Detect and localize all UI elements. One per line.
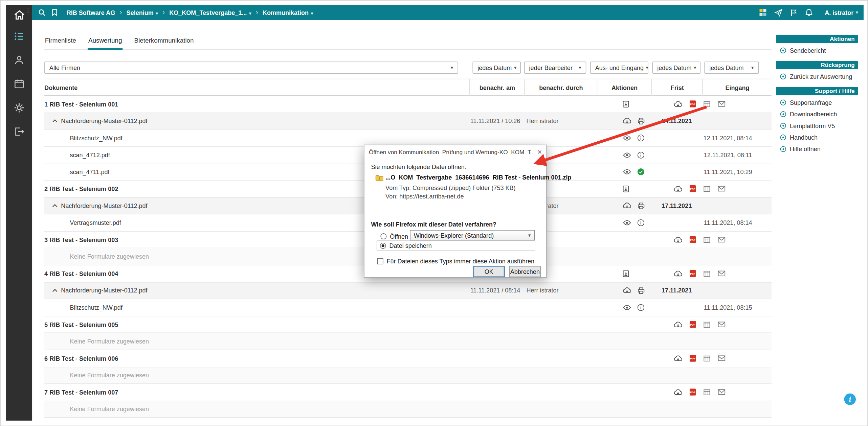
bell-icon[interactable]: [805, 8, 813, 17]
open-with-select[interactable]: Windows-Explorer (Standard) ▾: [410, 230, 535, 240]
mail-icon[interactable]: [717, 320, 726, 329]
help-bubble-icon[interactable]: i: [844, 394, 856, 405]
panel-item-sendebericht[interactable]: Sendebericht: [776, 45, 858, 55]
mail-icon[interactable]: [717, 269, 726, 278]
tab-auswertung[interactable]: Auswertung: [88, 34, 123, 50]
breadcrumb-item-section[interactable]: Kommunikation▾: [263, 9, 313, 16]
pdf-export-icon[interactable]: PDF: [688, 235, 697, 244]
mail-icon[interactable]: [717, 235, 726, 244]
date-filter-select-3[interactable]: jedes Datum▾: [705, 62, 759, 74]
cloud-download-icon[interactable]: [673, 235, 683, 244]
download-all-icon[interactable]: [621, 184, 631, 194]
mail-icon[interactable]: [717, 387, 726, 397]
menu-dots-icon[interactable]: ⋮: [25, 7, 31, 13]
mail-icon[interactable]: [717, 99, 726, 109]
tab-firmenliste[interactable]: Firmenliste: [44, 34, 76, 50]
info-icon[interactable]: [636, 150, 646, 160]
editor-filter-select[interactable]: jeder Bearbeiter▾: [524, 62, 586, 74]
pdf-export-icon[interactable]: PDF: [688, 99, 697, 109]
pdf-export-icon[interactable]: PDF: [688, 320, 697, 329]
received-check-icon[interactable]: [636, 167, 646, 176]
cloud-download-icon[interactable]: [673, 387, 683, 397]
collapse-icon[interactable]: [50, 201, 60, 211]
table-export-icon[interactable]: [702, 235, 712, 244]
row-actions: PDF: [673, 269, 726, 278]
download-all-icon[interactable]: [621, 99, 631, 109]
table-export-icon[interactable]: [702, 387, 712, 397]
print-icon[interactable]: [636, 116, 646, 126]
cloud-download-icon[interactable]: [622, 286, 632, 295]
circle-arrow-icon: [780, 99, 786, 106]
cloud-download-icon[interactable]: [622, 201, 632, 211]
panel-item-zurueck[interactable]: Zurück zur Auswertung: [776, 71, 858, 81]
breadcrumb-item-project[interactable]: Selenium▾: [127, 9, 158, 16]
breadcrumb: RIB Software AG › Selenium▾ › KO_KOM_Tes…: [67, 9, 313, 16]
table-export-icon[interactable]: [702, 354, 712, 363]
column-header-dokumente: Dokumente: [44, 79, 77, 96]
panel-item-hilfe[interactable]: Hilfe öffnen: [776, 144, 858, 153]
panel-item-lernplattform[interactable]: Lernplattform V5: [776, 121, 858, 130]
breadcrumb-item-tender[interactable]: KO_KOM_Testvergabe_1...▾: [169, 9, 251, 16]
cloud-download-icon[interactable]: [673, 184, 683, 194]
preview-eye-icon[interactable]: [622, 303, 632, 312]
table-export-icon[interactable]: [702, 269, 712, 278]
search-icon[interactable]: [38, 8, 46, 17]
info-icon[interactable]: [636, 303, 646, 312]
table-export-icon[interactable]: [702, 184, 712, 194]
preview-eye-icon[interactable]: [622, 150, 632, 160]
collapse-icon[interactable]: [50, 286, 60, 295]
worklist-icon[interactable]: [13, 30, 25, 42]
date-filter-select-1[interactable]: jedes Datum▾: [472, 62, 521, 74]
info-icon[interactable]: [636, 133, 646, 143]
apps-icon[interactable]: [759, 8, 767, 17]
logout-icon[interactable]: [13, 126, 25, 137]
tab-bieterkommunikation[interactable]: Bieterkommunikation: [134, 34, 194, 50]
pdf-export-icon[interactable]: PDF: [688, 387, 697, 397]
download-all-icon[interactable]: [621, 269, 631, 278]
settings-gear-icon[interactable]: [13, 102, 25, 114]
mail-icon[interactable]: [717, 354, 726, 363]
direction-filter-select[interactable]: Aus- und Eingang▾: [590, 62, 648, 74]
remember-checkbox[interactable]: [377, 258, 383, 264]
open-with-radio[interactable]: [380, 233, 386, 239]
pdf-export-icon[interactable]: PDF: [688, 184, 697, 194]
breadcrumb-item-company[interactable]: RIB Software AG: [67, 9, 115, 16]
flag-icon[interactable]: [790, 8, 798, 16]
print-icon[interactable]: [636, 286, 646, 295]
preview-eye-icon[interactable]: [622, 218, 632, 228]
print-icon[interactable]: [636, 201, 646, 211]
dialog-titlebar[interactable]: Öffnen von Kommunikation_Prüfung und Wer…: [364, 145, 547, 158]
panel-item-handbuch[interactable]: Handbuch: [776, 133, 858, 142]
cloud-download-icon[interactable]: [673, 99, 683, 109]
date-filter-select-2[interactable]: jedes Datum▾: [652, 62, 700, 74]
user-menu[interactable]: A. istrator ▾: [825, 9, 858, 16]
bookmark-icon[interactable]: [51, 9, 58, 16]
remember-option[interactable]: Für Dateien dieses Typs immer diese Akti…: [377, 258, 534, 264]
panel-item-supportanfrage[interactable]: Supportanfrage: [776, 97, 858, 107]
right-panel: Aktionen Sendebericht Rücksprung Zurück …: [776, 35, 858, 160]
cloud-download-icon[interactable]: [673, 269, 683, 278]
table-export-icon[interactable]: [702, 320, 712, 329]
pdf-export-icon[interactable]: PDF: [688, 269, 697, 278]
cloud-download-icon[interactable]: [673, 354, 683, 363]
save-file-option[interactable]: Datei speichern: [377, 240, 535, 251]
table-export-icon[interactable]: [702, 99, 712, 109]
no-forms-label: Keine Formulare zugewiesen: [70, 406, 149, 413]
info-icon[interactable]: [636, 218, 646, 228]
panel-item-downloadbereich[interactable]: Downloadbereich: [776, 109, 858, 119]
cloud-download-icon[interactable]: [673, 320, 683, 329]
send-icon[interactable]: [774, 8, 783, 17]
company-filter-select[interactable]: Alle Firmen▾: [44, 62, 458, 74]
ok-button[interactable]: OK: [473, 266, 505, 277]
cloud-download-icon[interactable]: [622, 116, 632, 126]
pdf-export-icon[interactable]: PDF: [688, 354, 697, 363]
preview-eye-icon[interactable]: [622, 133, 632, 143]
close-icon[interactable]: ×: [537, 148, 542, 156]
save-file-radio[interactable]: [380, 242, 386, 249]
collapse-icon[interactable]: [50, 116, 60, 126]
contacts-icon[interactable]: [13, 54, 25, 66]
calendar-icon[interactable]: [13, 78, 25, 90]
preview-eye-icon[interactable]: [622, 167, 632, 176]
cancel-button[interactable]: Abbrechen: [509, 266, 541, 277]
mail-icon[interactable]: [717, 184, 726, 194]
